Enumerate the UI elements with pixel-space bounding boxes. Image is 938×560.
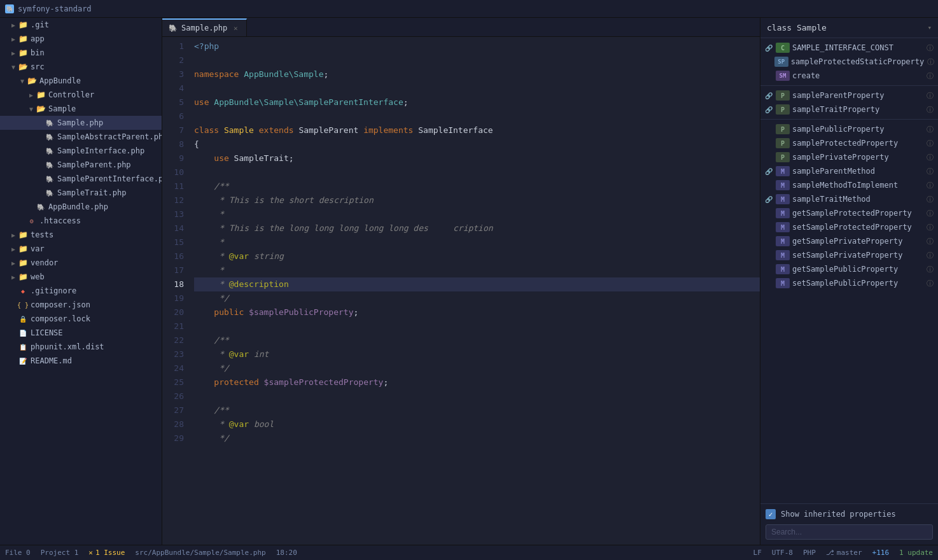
symbol-item-samplePublicProperty[interactable]: P samplePublicProperty ⓘ bbox=[760, 122, 938, 136]
symbol-info-button[interactable]: ⓘ bbox=[925, 125, 934, 134]
code-line-13: * bbox=[194, 207, 760, 221]
tree-item-label: composer.json bbox=[31, 300, 162, 309]
sidebar-item-app[interactable]: ▶📁app bbox=[0, 32, 162, 46]
sidebar-item-license[interactable]: 📄LICENSE bbox=[0, 326, 162, 340]
tree-arrow: ▼ bbox=[27, 104, 36, 113]
sidebar-item-composerlock[interactable]: 🔒composer.lock bbox=[0, 312, 162, 326]
symbol-search-input[interactable] bbox=[766, 524, 933, 540]
sidebar-item-web[interactable]: ▶📁web bbox=[0, 270, 162, 284]
sidebar-item-gitignore[interactable]: ◆.gitignore bbox=[0, 284, 162, 298]
sidebar-item-sampletrait[interactable]: 🐘SampleTrait.php bbox=[0, 186, 162, 200]
tree-arrow bbox=[18, 216, 27, 225]
symbol-name-getSamplePublicProperty: getSamplePublicProperty bbox=[792, 265, 923, 274]
symbol-info-button[interactable]: ⓘ bbox=[925, 223, 934, 232]
token-kw: public bbox=[214, 307, 244, 317]
status-changes[interactable]: +116 bbox=[872, 549, 890, 557]
code-editor[interactable]: 1234567891011121314151617181920212223242… bbox=[162, 37, 760, 545]
symbol-info-button[interactable]: ⓘ bbox=[925, 265, 934, 274]
status-file[interactable]: File 0 bbox=[5, 549, 31, 557]
md-file-icon: 📝 bbox=[18, 356, 28, 366]
code-line-23: * @var int bbox=[194, 347, 760, 361]
sidebar-item-readme[interactable]: 📝README.md bbox=[0, 354, 162, 368]
symbol-item-getSampleProtectedProperty[interactable]: M getSampleProtectedProperty ⓘ bbox=[760, 206, 938, 220]
sidebar-item-var[interactable]: ▶📁var bbox=[0, 242, 162, 256]
token-kw: class bbox=[194, 125, 219, 135]
symbol-info-button[interactable]: ⓘ bbox=[927, 57, 934, 66]
symbol-link-icon: 🔗 bbox=[764, 195, 773, 204]
symbol-info-button[interactable]: ⓘ bbox=[925, 167, 934, 176]
sidebar-item-sample-php[interactable]: 🐘Sample.php bbox=[0, 116, 162, 130]
sidebar-item-sample-dir[interactable]: ▼📂Sample bbox=[0, 102, 162, 116]
symbol-item-setSamplePrivateProperty[interactable]: M setSamplePrivateProperty ⓘ bbox=[760, 248, 938, 262]
status-vcs[interactable]: ⎇ master bbox=[826, 549, 862, 557]
project-title: symfony-standard bbox=[18, 4, 92, 13]
symbol-item-sampleProtectedStaticProperty[interactable]: SP sampleProtectedStaticProperty ⓘ bbox=[760, 55, 938, 69]
symbol-item-getSamplePrivateProperty[interactable]: M getSamplePrivateProperty ⓘ bbox=[760, 234, 938, 248]
sidebar-item-sampleabstractparent[interactable]: 🐘SampleAbstractParent.php bbox=[0, 130, 162, 144]
tab-label: Sample.php bbox=[181, 24, 227, 32]
symbol-info-button[interactable]: ⓘ bbox=[925, 279, 934, 288]
sidebar-item-bin[interactable]: ▶📁bin bbox=[0, 46, 162, 60]
sidebar-item-sampleparent[interactable]: 🐘SampleParent.php bbox=[0, 158, 162, 172]
symbol-info-button[interactable]: ⓘ bbox=[925, 139, 934, 148]
sidebar-item-appbundle-php[interactable]: 🐘AppBundle.php bbox=[0, 200, 162, 214]
sidebar-item-sampleinterface[interactable]: 🐘SampleInterface.php bbox=[0, 144, 162, 158]
token-plain: SampleParent bbox=[294, 125, 364, 135]
symbol-info-button[interactable]: ⓘ bbox=[925, 195, 934, 204]
sidebar-item-controller[interactable]: ▶📁Controller bbox=[0, 88, 162, 102]
symbol-info-button[interactable]: ⓘ bbox=[925, 237, 934, 246]
tree-item-label: SampleInterface.php bbox=[57, 146, 162, 155]
symbol-item-sampleTraitMethod[interactable]: 🔗 M sampleTraitMethod ⓘ bbox=[760, 192, 938, 206]
symbol-info-button[interactable]: ⓘ bbox=[925, 43, 934, 52]
symbol-item-getSamplePublicProperty[interactable]: M getSamplePublicProperty ⓘ bbox=[760, 262, 938, 276]
folder-icon: 📁 bbox=[18, 258, 28, 268]
tree-arrow: ▼ bbox=[18, 76, 27, 85]
sidebar-item-htaccess[interactable]: ⚙.htaccess bbox=[0, 214, 162, 228]
symbol-item-sampleMethodToImplement[interactable]: M sampleMethodToImplement ⓘ bbox=[760, 178, 938, 192]
tree-arrow bbox=[36, 118, 45, 127]
symbol-info-button[interactable]: ⓘ bbox=[925, 181, 934, 190]
sidebar-item-vendor[interactable]: ▶📁vendor bbox=[0, 256, 162, 270]
status-issues[interactable]: ✕ 1 Issue bbox=[88, 549, 125, 557]
symbol-item-samplePrivateProperty[interactable]: P samplePrivateProperty ⓘ bbox=[760, 150, 938, 164]
token-plain: SampleTrait; bbox=[229, 153, 294, 163]
token-plain: { bbox=[194, 139, 199, 149]
symbol-item-sampleParentMethod[interactable]: 🔗 M sampleParentMethod ⓘ bbox=[760, 164, 938, 178]
symbol-item-create[interactable]: SM create ⓘ bbox=[760, 69, 938, 83]
right-panel-header: class Sample ▾ bbox=[760, 18, 938, 38]
status-project[interactable]: Project 1 bbox=[41, 549, 79, 557]
token-plain: ; bbox=[403, 97, 409, 107]
sidebar-item-composerjson[interactable]: { }composer.json bbox=[0, 298, 162, 312]
symbol-item-sampleTraitProperty[interactable]: 🔗 P sampleTraitProperty ⓘ bbox=[760, 102, 938, 116]
sidebar-item-tests[interactable]: ▶📁tests bbox=[0, 228, 162, 242]
tab-close-button[interactable]: ✕ bbox=[231, 24, 240, 32]
symbol-item-sampleParentProperty[interactable]: 🔗 P sampleParentProperty ⓘ bbox=[760, 88, 938, 102]
sidebar-item-appbundle[interactable]: ▼📂AppBundle bbox=[0, 74, 162, 88]
token-ns: AppBundle\Sample bbox=[244, 69, 323, 79]
sidebar-item-git[interactable]: ▶📁.git bbox=[0, 18, 162, 32]
symbol-info-button[interactable]: ⓘ bbox=[925, 71, 934, 80]
right-panel-collapse[interactable]: ▾ bbox=[927, 24, 932, 32]
symbol-info-button[interactable]: ⓘ bbox=[925, 105, 934, 114]
tabs-bar: 🐘Sample.php✕ bbox=[162, 18, 760, 37]
token-cmnt: /** bbox=[194, 405, 229, 415]
sidebar-item-sampleparentinterface[interactable]: 🐘SampleParentInterface.php bbox=[0, 172, 162, 186]
status-updates[interactable]: 1 update bbox=[899, 549, 933, 557]
symbol-info-button[interactable]: ⓘ bbox=[925, 91, 934, 100]
symbol-item-SAMPLE_INTERFACE_CONST[interactable]: 🔗 C SAMPLE_INTERFACE_CONST ⓘ bbox=[760, 41, 938, 55]
symbol-item-setSampleProtectedProperty[interactable]: M setSampleProtectedProperty ⓘ bbox=[760, 220, 938, 234]
tree-arrow: ▶ bbox=[27, 90, 36, 99]
show-inherited-checkbox[interactable]: ✓ bbox=[766, 509, 776, 519]
symbol-item-sampleProtectedProperty[interactable]: P sampleProtectedProperty ⓘ bbox=[760, 136, 938, 150]
symbol-info-button[interactable]: ⓘ bbox=[925, 209, 934, 218]
tab-sample-php[interactable]: 🐘Sample.php✕ bbox=[162, 18, 247, 36]
symbol-item-setSamplePublicProperty[interactable]: M setSamplePublicProperty ⓘ bbox=[760, 276, 938, 290]
status-language[interactable]: PHP bbox=[803, 549, 816, 557]
sidebar-item-phpunit[interactable]: 📋phpunit.xml.dist bbox=[0, 340, 162, 354]
sidebar-item-src[interactable]: ▼📂src bbox=[0, 60, 162, 74]
symbol-badge-setSamplePrivateProperty: M bbox=[776, 250, 790, 260]
symbol-info-button[interactable]: ⓘ bbox=[925, 153, 934, 162]
symbol-info-button[interactable]: ⓘ bbox=[925, 251, 934, 260]
tree-item-label: Sample bbox=[48, 104, 162, 113]
line-number-7: 7 bbox=[165, 123, 184, 137]
